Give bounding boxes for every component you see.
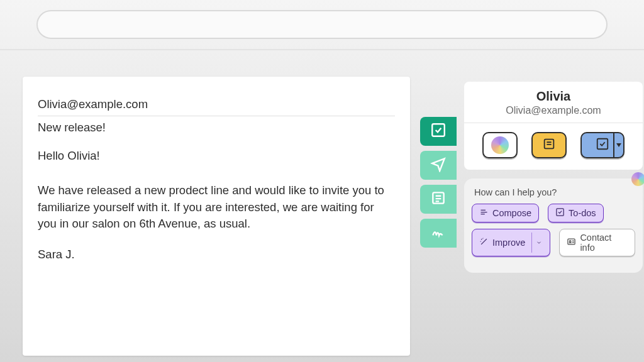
note-icon <box>542 137 556 153</box>
email-signature[interactable]: Sara J. <box>38 248 395 261</box>
email-subject-field[interactable]: New release! <box>38 116 395 139</box>
side-tab-stack <box>420 117 457 248</box>
search-input[interactable] <box>36 10 608 39</box>
orb-icon <box>631 172 644 186</box>
note-tile[interactable] <box>531 132 567 158</box>
svg-rect-0 <box>432 124 445 136</box>
compose-label: Compose <box>492 208 531 218</box>
improve-label: Improve <box>492 238 525 248</box>
svg-point-6 <box>570 241 572 243</box>
orb-icon <box>491 136 509 154</box>
email-body[interactable]: We have released a new prodect line and … <box>38 182 395 233</box>
check-square-icon <box>430 122 447 141</box>
contact-header: Olivia Olivia@example.com <box>464 82 643 123</box>
id-card-icon <box>567 237 576 248</box>
top-bar <box>0 0 644 49</box>
side-tab-tasks[interactable] <box>420 117 457 146</box>
assistant-prompt: How can I help you? <box>472 187 635 197</box>
contact-panel: Olivia Olivia@example.com How can I help <box>464 82 643 273</box>
contact-info-label: Contact info <box>580 233 628 253</box>
todos-button[interactable]: To-dos <box>548 204 604 222</box>
send-icon <box>430 156 447 175</box>
side-tab-note[interactable] <box>420 185 457 214</box>
contact-email: Olivia@example.com <box>469 105 638 116</box>
svg-rect-4 <box>557 209 564 216</box>
chevron-down-icon <box>616 143 621 147</box>
contact-name: Olivia <box>469 89 638 104</box>
svg-rect-3 <box>597 139 608 150</box>
note-icon <box>430 190 447 209</box>
contact-info-button[interactable]: Contact info <box>559 229 635 256</box>
wand-icon <box>479 237 489 248</box>
list-icon <box>479 207 489 219</box>
contact-tile-bar <box>464 123 643 170</box>
signature-icon <box>430 224 447 243</box>
compose-button[interactable]: Compose <box>472 204 539 222</box>
check-square-icon <box>555 207 565 219</box>
email-greeting[interactable]: Hello Olivia! <box>38 148 395 165</box>
svg-rect-5 <box>568 239 575 244</box>
side-tab-signature[interactable] <box>420 219 457 248</box>
task-tile[interactable] <box>580 132 625 158</box>
ai-tile[interactable] <box>482 132 518 158</box>
todos-label: To-dos <box>569 208 596 218</box>
side-tab-send[interactable] <box>420 151 457 180</box>
workspace: Olivia@example.com New release! Hello Ol… <box>0 49 644 362</box>
chevron-down-icon[interactable] <box>531 233 543 253</box>
improve-button[interactable]: Improve <box>472 229 550 256</box>
email-to-field[interactable]: Olivia@example.com <box>38 93 395 116</box>
email-compose-card: Olivia@example.com New release! Hello Ol… <box>23 77 410 356</box>
check-square-icon <box>596 137 609 153</box>
assistant-card: How can I help you? Compose To-dos <box>464 178 643 273</box>
